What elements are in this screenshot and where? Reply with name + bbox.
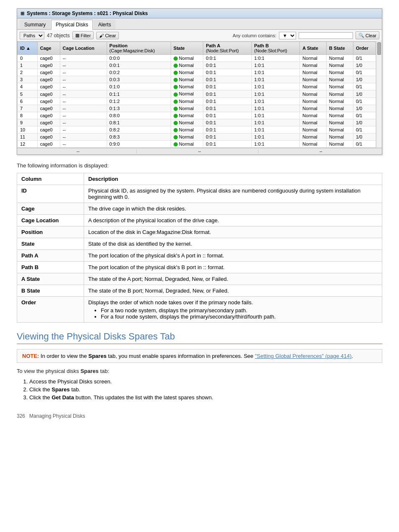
table-row[interactable]: 12 cage0 -- 0:9:0 Normal 0:0:1 1:0:1 Nor…	[18, 141, 376, 148]
window-title: Systems : Storage Systems : s021 : Physi…	[27, 10, 148, 16]
cell-cage: cage0	[37, 119, 60, 126]
cell-position: 0:1:3	[107, 105, 171, 112]
col-header-a-state[interactable]: A State	[300, 42, 327, 55]
window-icon: ⊞	[20, 11, 24, 16]
table-row[interactable]: 11 cage0 -- 0:8:3 Normal 0:0:1 1:0:1 Nor…	[18, 134, 376, 141]
table-row[interactable]: 10 cage0 -- 0:8:2 Normal 0:0:1 1:0:1 Nor…	[18, 126, 376, 133]
cell-cage: cage0	[37, 83, 60, 90]
cell-position: 0:8:0	[107, 112, 171, 119]
page-footer: 326 Managing Physical Disks	[17, 413, 382, 419]
table-row[interactable]: 6 cage0 -- 0:1:2 Normal 0:0:1 1:0:1 Norm…	[18, 98, 376, 105]
desc-table-row: Cage Location A description of the physi…	[17, 215, 382, 226]
cell-order: 1/0	[353, 134, 376, 141]
data-table-container: ID ▲ Cage Cage Location Position(Cage:Ma…	[17, 41, 376, 148]
cell-order: 1/0	[353, 90, 376, 98]
column-filter-dropdown[interactable]: ▼	[279, 32, 296, 39]
table-row[interactable]: 7 cage0 -- 0:1:3 Normal 0:0:1 1:0:1 Norm…	[18, 105, 376, 112]
footer-text: Managing Physical Disks	[29, 413, 85, 419]
cell-cage: cage0	[37, 90, 60, 98]
note-link[interactable]: "Setting Global Preferences" (page 414)	[255, 353, 351, 359]
cell-path-b: 1:0:1	[251, 112, 300, 119]
desc-col-name: Path B	[17, 262, 84, 273]
cell-a-state: Normal	[300, 112, 327, 119]
desc-col-name: Position	[17, 226, 84, 238]
col-header-id[interactable]: ID ▲	[18, 42, 38, 55]
filter-button[interactable]: ▦ Filter	[72, 31, 94, 39]
cell-b-state: Normal	[326, 98, 353, 105]
tab-summary[interactable]: Summary	[20, 20, 50, 29]
col-header-cage-loc[interactable]: Cage Location	[60, 42, 107, 55]
cell-path-b: 1:0:1	[251, 105, 300, 112]
filter-icon: ▦	[75, 33, 79, 38]
tab-physical-disks[interactable]: Physical Disks	[51, 20, 92, 30]
desc-col-desc: The port location of the physical disk's…	[84, 250, 382, 262]
cell-position: 0:1:1	[107, 90, 171, 98]
cell-path-b: 1:0:1	[251, 83, 300, 90]
steps-intro: To view the physical disks Spares tab:	[17, 368, 382, 374]
table-row[interactable]: 0 cage0 -- 0:0:0 Normal 0:0:1 1:0:1 Norm…	[18, 55, 376, 62]
table-row[interactable]: 5 cage0 -- 0:1:1 Normal 0:0:1 1:0:1 Norm…	[18, 90, 376, 98]
scrollbar-thumb[interactable]	[377, 42, 381, 55]
desc-col-desc: Location of the disk in Cage:Magazine:Di…	[84, 226, 382, 238]
cell-path-a: 0:0:1	[203, 55, 252, 62]
col-header-path-a[interactable]: Path A(Node:Slot:Port)	[203, 42, 252, 55]
cell-order: 0/1	[353, 55, 376, 62]
col-header-cage[interactable]: Cage	[37, 42, 60, 55]
cell-order: 0/1	[353, 98, 376, 105]
cell-cage: cage0	[37, 76, 60, 83]
cell-cage-loc: --	[60, 112, 107, 119]
intro-para: The following information is displayed:	[17, 162, 382, 169]
cell-a-state: Normal	[300, 62, 327, 69]
cell-id: 2	[18, 69, 38, 76]
col-header-state[interactable]: State	[171, 42, 203, 55]
cell-state: Normal	[171, 141, 203, 148]
cell-b-state: Normal	[326, 105, 353, 112]
cell-position: 0:8:2	[107, 126, 171, 133]
desc-table-row: Path A The port location of the physical…	[17, 250, 382, 262]
cell-a-state: Normal	[300, 126, 327, 133]
cell-b-state: Normal	[326, 62, 353, 69]
paths-dropdown[interactable]: Paths	[20, 32, 44, 39]
cell-position: 0:8:3	[107, 134, 171, 141]
cell-b-state: Normal	[326, 90, 353, 98]
desc-col-name: ID	[17, 185, 84, 203]
cell-cage: cage0	[37, 98, 60, 105]
cell-cage-loc: --	[60, 69, 107, 76]
search-clear-button[interactable]: 🔍 Clear	[356, 31, 379, 39]
cell-b-state: Normal	[326, 112, 353, 119]
cell-cage: cage0	[37, 55, 60, 62]
col-header-position[interactable]: Position(Cage:Magazine:Disk)	[107, 42, 171, 55]
cell-a-state: Normal	[300, 55, 327, 62]
table-row[interactable]: 8 cage0 -- 0:8:0 Normal 0:0:1 1:0:1 Norm…	[18, 112, 376, 119]
col-header-order[interactable]: Order	[353, 42, 376, 55]
table-row[interactable]: 3 cage0 -- 0:0:3 Normal 0:0:1 1:0:1 Norm…	[18, 76, 376, 83]
desc-col-header: Column	[17, 173, 84, 185]
cell-position: 0:0:0	[107, 55, 171, 62]
cell-position: 0:1:2	[107, 98, 171, 105]
cell-state: Normal	[171, 76, 203, 83]
vertical-scrollbar[interactable]	[376, 41, 382, 148]
filter-input[interactable]	[299, 32, 353, 39]
cell-path-a: 0:0:1	[203, 141, 252, 148]
cell-cage: cage0	[37, 134, 60, 141]
table-row[interactable]: 4 cage0 -- 0:1:0 Normal 0:0:1 1:0:1 Norm…	[18, 83, 376, 90]
physical-disks-table: ID ▲ Cage Cage Location Position(Cage:Ma…	[17, 41, 376, 148]
clear-button[interactable]: 🖌 Clear	[96, 32, 119, 39]
desc-col-desc: The state of the B port; Normal, Degrade…	[84, 285, 382, 297]
cell-path-a: 0:0:1	[203, 134, 252, 141]
col-header-b-state[interactable]: B State	[326, 42, 353, 55]
desc-table-row: ID Physical disk ID, as assigned by the …	[17, 185, 382, 203]
desc-col-name: Order	[17, 297, 84, 323]
cell-path-a: 0:0:1	[203, 98, 252, 105]
cell-cage-loc: --	[60, 98, 107, 105]
table-row[interactable]: 2 cage0 -- 0:0:2 Normal 0:0:1 1:0:1 Norm…	[18, 69, 376, 76]
cell-cage-loc: --	[60, 134, 107, 141]
table-row[interactable]: 1 cage0 -- 0:0:1 Normal 0:0:1 1:0:1 Norm…	[18, 62, 376, 69]
cell-path-a: 0:0:1	[203, 112, 252, 119]
tab-alerts[interactable]: Alerts	[94, 20, 116, 29]
step-1: Access the Physical Disks screen.	[29, 378, 382, 385]
col-header-path-b[interactable]: Path B(Node:Slot:Port)	[251, 42, 300, 55]
table-row[interactable]: 9 cage0 -- 0:8:1 Normal 0:0:1 1:0:1 Norm…	[18, 119, 376, 126]
cell-cage-loc: --	[60, 119, 107, 126]
desc-col-desc: Physical disk ID, as assigned by the sys…	[84, 185, 382, 203]
